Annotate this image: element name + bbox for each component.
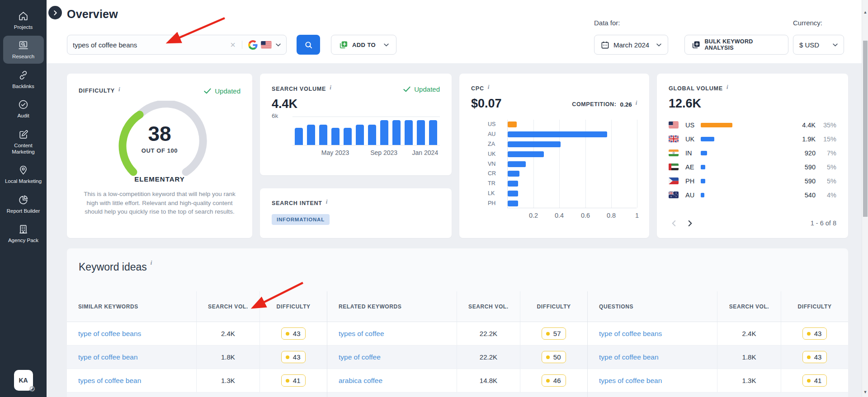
keyword-link[interactable]: arabica coffee <box>339 377 382 385</box>
info-icon[interactable]: i <box>330 84 331 91</box>
cpc-bar <box>508 181 518 187</box>
cpc-bar <box>508 171 519 177</box>
keyword-cell: type of coffee bean <box>67 346 197 369</box>
keyword-link[interactable]: type of coffee bean <box>599 353 659 361</box>
sidebar-item-agency-pack[interactable]: Agency Pack <box>3 220 44 247</box>
cpc-bar <box>508 131 607 137</box>
currency-dropdown[interactable]: $ USD <box>793 35 844 55</box>
column-header: DIFFICULTY <box>781 304 848 310</box>
keyword-link[interactable]: type of coffee beans <box>78 330 141 338</box>
difficulty-badge: 43 <box>802 351 827 363</box>
chevron-right-icon <box>53 10 58 15</box>
volume-bar <box>319 125 327 145</box>
sidebar-item-label: Audit <box>17 112 29 119</box>
table-row: types of coffee bean1.3K41 <box>588 369 848 392</box>
global-volume-row: UK1.9K15% <box>669 132 836 146</box>
table-row: type of coffee beans2.4K43 <box>67 322 327 346</box>
keyword-cell: type of coffee <box>327 346 457 369</box>
keyword-ideas-title: Keyword ideas <box>79 261 147 273</box>
sidebar-item-backlinks[interactable]: Backlinks <box>3 65 44 93</box>
difficulty-cell: 41 <box>260 374 327 387</box>
difficulty-value: 41 <box>293 377 301 384</box>
search-volume-chart: 6k May 2023Sep 2023Jan 2024 <box>272 117 440 160</box>
info-icon[interactable]: i <box>118 86 120 93</box>
scrollbar-thumb[interactable] <box>863 41 868 217</box>
volume-share-bar <box>701 179 705 183</box>
scroll-up-icon[interactable]: ▲ <box>862 10 868 14</box>
x-axis-tick-label: Jan 2024 <box>412 149 439 156</box>
keyword-link[interactable]: types of coffee <box>339 330 384 338</box>
table-row: type of coffee22.2K50 <box>327 346 587 369</box>
sidebar-item-label: Report Builder <box>7 208 40 214</box>
settings-gear-icon[interactable]: ⚙ <box>29 385 37 393</box>
country-code: AE <box>685 163 700 171</box>
info-icon[interactable]: i <box>151 259 152 266</box>
sidebar-item-research[interactable]: Research <box>3 36 44 63</box>
keyword-table-0: SIMILAR KEYWORDSSEARCH VOL.DIFFICULTYtyp… <box>67 291 327 397</box>
competition-label: COMPETITION: <box>572 101 616 107</box>
page-title: Overview <box>67 8 118 21</box>
keyword-search-box[interactable]: × <box>67 35 287 55</box>
search-volume-value: 1.3K <box>742 377 756 384</box>
table-header-row: SIMILAR KEYWORDSSEARCH VOL.DIFFICULTY <box>67 291 327 322</box>
sidebar-item-content-marketing[interactable]: Content Marketing <box>3 125 44 159</box>
pagination-prev-icon[interactable] <box>669 218 679 228</box>
difficulty-card: DIFFICULTYi Updated 38 OUT OF 100 ELEMEN… <box>67 74 252 238</box>
difficulty-value: 43 <box>814 330 822 337</box>
keyword-link[interactable]: types of coffee bean <box>78 377 141 385</box>
keyword-table-2: QUESTIONSSEARCH VOL.DIFFICULTYtype of co… <box>588 291 848 397</box>
sidebar-item-local-marketing[interactable]: Local Marketing <box>3 160 44 188</box>
keyword-link[interactable]: type of coffee beans <box>599 330 662 338</box>
pagination-next-icon[interactable] <box>685 218 695 228</box>
clear-search-icon[interactable]: × <box>226 40 239 50</box>
scroll-down-icon[interactable]: ▼ <box>862 390 868 394</box>
google-icon[interactable] <box>248 40 258 50</box>
region-flag-us[interactable] <box>261 41 272 48</box>
sidebar-item-projects[interactable]: Projects <box>3 6 44 34</box>
table-row: type of coffee beans2.4K43 <box>588 322 848 346</box>
volume-share-bar <box>701 165 705 169</box>
country-percent: 4% <box>816 191 836 199</box>
difficulty-badge: 41 <box>802 374 827 387</box>
sidebar-item-audit[interactable]: Audit <box>3 95 44 122</box>
volume-bar <box>405 120 413 145</box>
volume-share-bar <box>701 137 714 141</box>
search-volume-value: 22.2K <box>480 353 497 361</box>
volume-bar-zone <box>701 151 744 155</box>
keyword-table-1: RELATED KEYWORDSSEARCH VOL.DIFFICULTYtyp… <box>327 291 588 397</box>
search-input[interactable] <box>73 41 226 49</box>
search-button[interactable] <box>297 35 320 55</box>
column-header: QUESTIONS <box>588 291 717 322</box>
keyword-link[interactable]: type of coffee bean <box>78 353 138 361</box>
keyword-link[interactable]: types of coffee bean <box>599 377 662 385</box>
country-label: PH <box>488 200 503 206</box>
keyword-link[interactable]: type of coffee <box>339 353 381 361</box>
add-to-button[interactable]: ADD TO <box>331 35 396 55</box>
info-icon[interactable]: i <box>488 84 490 91</box>
bulk-keyword-analysis-button[interactable]: BULK KEYWORD ANALYSIS <box>684 35 788 55</box>
country-volume: 540 <box>791 191 816 199</box>
difficulty-value: 41 <box>814 377 822 384</box>
search-intent-card: SEARCH INTENTi INFORMATIONAL <box>260 188 452 238</box>
country-percent: 35% <box>816 121 836 129</box>
pagination-range: 1 - 6 of 8 <box>811 220 836 227</box>
user-avatar[interactable]: KA ⚙ <box>14 370 33 391</box>
info-icon[interactable]: i <box>636 99 637 107</box>
sidebar-collapse-button[interactable] <box>48 6 62 19</box>
vertical-scrollbar[interactable]: ▲ ▼ <box>862 0 868 397</box>
link-icon <box>18 70 29 81</box>
country-volume: 590 <box>791 177 816 185</box>
country-label: US <box>488 121 503 127</box>
info-icon[interactable]: i <box>326 198 328 206</box>
table-row: types of coffee22.2K57 <box>327 322 587 346</box>
date-dropdown[interactable]: March 2024 <box>594 35 668 55</box>
x-axis-tick-label: May 2023 <box>321 149 349 156</box>
difficulty-dot-icon <box>546 355 550 359</box>
keyword-cell: type of coffee beans <box>588 322 717 345</box>
info-icon[interactable]: i <box>726 84 728 91</box>
bulk-analysis-icon <box>691 40 700 50</box>
check-circle-icon <box>18 99 29 110</box>
sidebar-item-report-builder[interactable]: Report Builder <box>3 190 44 218</box>
table-row-partial <box>67 392 327 397</box>
difficulty-dot-icon <box>286 379 289 383</box>
